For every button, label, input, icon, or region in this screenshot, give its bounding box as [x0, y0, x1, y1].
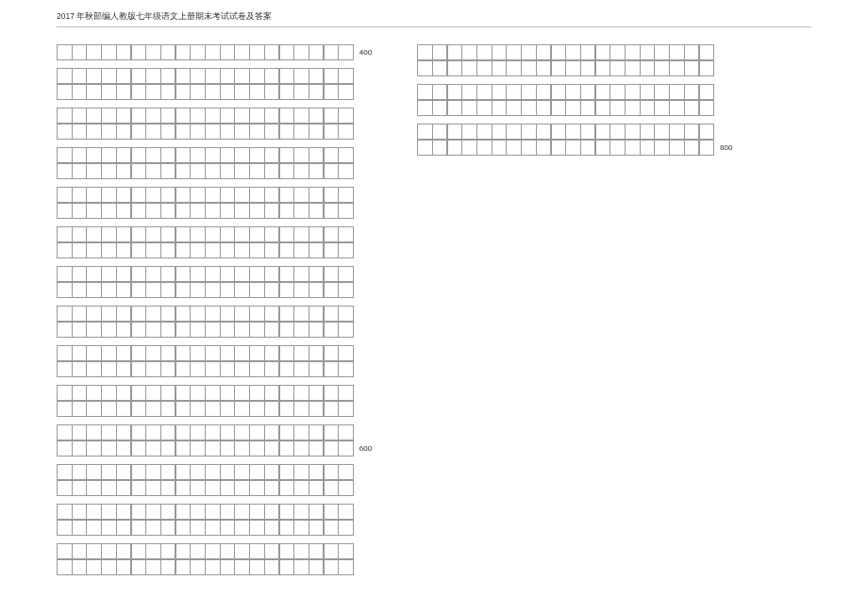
grid-cell	[86, 203, 102, 219]
grid-cell	[338, 187, 354, 203]
grid-cell	[131, 520, 147, 536]
grid-cell	[654, 124, 670, 140]
grid-cell	[699, 140, 715, 156]
grid-cell	[293, 306, 309, 322]
grid-cell	[293, 543, 309, 559]
grid-cell	[279, 187, 295, 203]
grid-cell	[234, 124, 250, 140]
grid-cell	[57, 385, 73, 401]
grid-cell	[101, 306, 117, 322]
grid-cell	[220, 322, 236, 338]
grid-cell	[580, 44, 596, 60]
grid-cell	[205, 543, 221, 559]
grid-cell	[234, 108, 250, 124]
grid-cell	[131, 203, 147, 219]
grid-cell	[234, 203, 250, 219]
grid-cell	[684, 100, 700, 116]
grid-cell	[565, 140, 581, 156]
grid-cell	[536, 140, 552, 156]
grid-cell	[309, 543, 325, 559]
grid-block	[57, 226, 372, 258]
grid-cell	[461, 60, 477, 76]
grid-row-wrap	[57, 385, 372, 401]
grid-cell	[86, 187, 102, 203]
grid-cell	[324, 282, 340, 298]
grid-cell	[145, 187, 161, 203]
grid-cell	[249, 44, 265, 60]
grid-cell	[86, 108, 102, 124]
grid-cell	[101, 147, 117, 163]
grid-cell	[57, 345, 73, 361]
grid-cell	[86, 266, 102, 282]
grid-cell	[175, 108, 192, 124]
grid-cell	[190, 480, 206, 496]
grid-row	[57, 84, 354, 100]
grid-cell	[86, 424, 102, 440]
grid-cell	[279, 306, 295, 322]
grid-cell	[101, 124, 117, 140]
grid-cell	[249, 345, 265, 361]
grid-cell	[220, 543, 236, 559]
grid-cell	[234, 440, 250, 456]
grid-cell	[131, 480, 147, 496]
grid-cell	[521, 60, 537, 76]
columns: 400600 800	[57, 44, 811, 575]
grid-cell	[699, 100, 715, 116]
grid-row-wrap	[57, 147, 372, 163]
grid-cell	[476, 124, 492, 140]
grid-cell	[279, 424, 295, 440]
grid-cell	[145, 543, 161, 559]
grid-cell	[116, 282, 132, 298]
grid-cell	[249, 385, 265, 401]
grid-cell	[264, 108, 280, 124]
grid-cell	[190, 84, 206, 100]
grid-cell	[324, 84, 340, 100]
grid-cell	[145, 84, 161, 100]
grid-cell	[279, 124, 295, 140]
grid-cell	[190, 464, 206, 480]
grid-cell	[580, 124, 596, 140]
grid-cell	[264, 84, 280, 100]
grid-cell	[175, 559, 192, 575]
grid-cell	[145, 401, 161, 417]
grid-cell	[101, 108, 117, 124]
grid-cell	[264, 520, 280, 536]
grid-cell	[492, 60, 508, 76]
grid-cell	[324, 464, 340, 480]
grid-cell	[492, 100, 508, 116]
grid-cell	[279, 84, 295, 100]
grid-cell	[72, 187, 88, 203]
grid-cell	[264, 68, 280, 84]
grid-cell	[205, 163, 221, 179]
grid-cell	[86, 345, 102, 361]
grid-cell	[249, 361, 265, 377]
grid-cell	[417, 84, 433, 100]
grid-row-wrap	[57, 187, 372, 203]
grid-cell	[116, 187, 132, 203]
grid-cell	[536, 84, 552, 100]
grid-cell	[175, 464, 192, 480]
grid-cell	[521, 84, 537, 100]
grid-row	[417, 100, 714, 116]
grid-cell	[86, 401, 102, 417]
grid-cell	[190, 203, 206, 219]
grid-cell	[86, 282, 102, 298]
grid-cell	[116, 464, 132, 480]
grid-cell	[116, 124, 132, 140]
grid-cell	[131, 559, 147, 575]
grid-cell	[684, 44, 700, 60]
grid-cell	[309, 480, 325, 496]
grid-cell	[293, 266, 309, 282]
grid-cell	[220, 464, 236, 480]
grid-cell	[625, 100, 641, 116]
grid-cell	[220, 559, 236, 575]
grid-cell	[205, 464, 221, 480]
grid-cell	[131, 282, 147, 298]
grid-cell	[249, 266, 265, 282]
grid-cell	[190, 504, 206, 520]
grid-cell	[116, 108, 132, 124]
grid-cell	[506, 100, 522, 116]
grid-cell	[293, 361, 309, 377]
grid-cell	[293, 147, 309, 163]
grid-cell	[669, 44, 685, 60]
